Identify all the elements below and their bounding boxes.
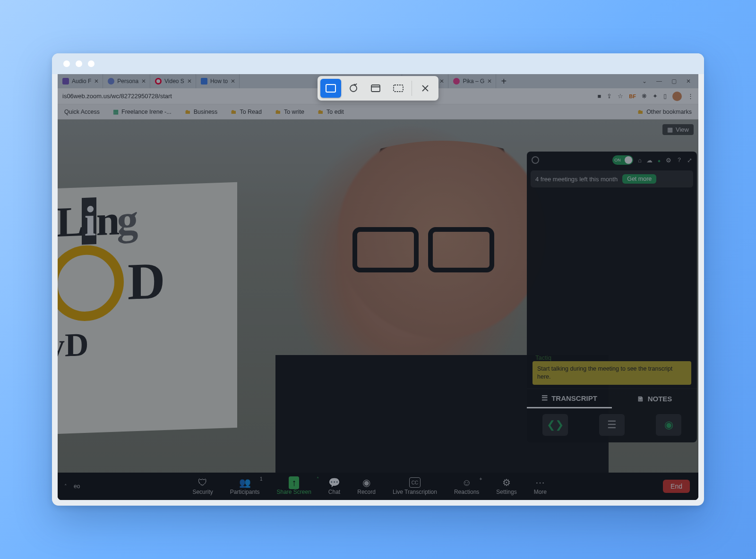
chevron-up-icon[interactable]: ˄ [317,476,319,482]
end-meeting-button[interactable]: End [663,480,690,493]
snip-toolbar [318,76,438,101]
snip-mode-window-button[interactable] [366,79,387,98]
share-icon: ❮❯ [547,419,564,431]
participants-button[interactable]: 👥1Participants [230,477,260,495]
extensions-icon[interactable]: ✦ [653,93,658,100]
get-more-button[interactable]: Get more [622,174,656,184]
help-icon[interactable]: ？ [676,156,682,164]
mac-titlebar [52,53,704,74]
content-shell: Audio F✕ Persona✕ Video S✕ How to✕ Fina●… [52,74,704,506]
folder-icon: 🖿 [318,109,324,115]
record-indicator-icon [532,156,539,164]
close-icon[interactable]: ✕ [187,78,192,85]
bookmark-other[interactable]: 🖿Other bookmarks [637,109,692,115]
kebab-menu-icon[interactable]: ⋮ [687,93,694,100]
gear-icon: ⚙ [502,477,511,488]
browser-window: Audio F✕ Persona✕ Video S✕ How to✕ Fina●… [52,53,704,506]
folder-icon: 🖿 [637,109,644,115]
tactiq-top-bar: ON ⌂ ☁ ⬥ ⚙ ？ ⤢ [527,152,697,169]
tab-2[interactable]: Video S✕ [150,74,196,88]
tab-3[interactable]: How to✕ [196,74,240,88]
bookmark-item[interactable]: 🖿Business [185,109,218,115]
close-icon[interactable]: ✕ [141,78,146,85]
tab-transcript[interactable]: ☰TRANSCRIPT [527,389,612,408]
open-doc-button[interactable]: ☰ [599,414,625,436]
snip-close-button[interactable] [415,79,436,98]
profile-avatar[interactable] [672,92,682,101]
chevron-up-icon[interactable]: ˄ [64,483,67,490]
zoom-toolbar: ˄ eo 🛡Security 👥1Participants ↑Share Scr… [58,473,698,500]
smiley-icon: ☺ [462,477,471,488]
traffic-min[interactable] [76,60,82,67]
traffic-close[interactable] [63,60,70,67]
snip-mode-freeform-button[interactable] [343,79,364,98]
record-icon: ◉ [362,477,370,488]
document-icon: ☰ [607,419,617,431]
more-button[interactable]: ⋯More [534,477,547,495]
ext-spinner-icon[interactable]: ❋ [642,93,647,100]
star-icon[interactable]: ☆ [618,93,623,100]
close-window-icon[interactable]: ✕ [686,78,691,85]
more-icon: ⋯ [535,477,545,488]
video-label-partial: eo [74,483,85,490]
share-transcript-button[interactable]: ❮❯ [542,414,568,436]
maximize-icon[interactable]: ▢ [671,78,677,85]
transcript-hint: Start talking during the meeting to see … [533,361,691,385]
bookmark-item[interactable]: 🖿To edit [318,109,344,115]
expand-icon[interactable]: ⤢ [687,157,692,164]
new-tab-button[interactable]: + [496,76,511,86]
folder-icon: 🖿 [231,109,237,115]
tab-notes[interactable]: 🗎NOTES [612,389,697,408]
bicycle-wheel-graphic [58,244,124,322]
bookmark-item[interactable]: Quick Access [64,109,100,115]
window-controls: ⌄ — ▢ ✕ [635,78,698,85]
ext-bf-icon[interactable]: BF [629,93,636,99]
enable-toggle[interactable]: ON [612,155,633,165]
cloud-icon[interactable]: ☁ [646,157,653,164]
camera-icon: ◉ [664,419,673,431]
svg-rect-2 [371,85,380,92]
view-button[interactable]: ▦ View [662,124,694,135]
share-screen-button[interactable]: ↑Share Screen˄ [276,477,311,495]
minimize-icon[interactable]: — [656,78,662,85]
reactions-button[interactable]: ☺+Reactions [454,477,479,495]
sheets-icon: ▦ [113,108,119,115]
shield-icon[interactable]: ⬥ [657,157,661,164]
close-icon[interactable]: ✕ [439,78,444,85]
chrome-screenshot: Audio F✕ Persona✕ Video S✕ How to✕ Fina●… [58,74,698,500]
glasses-graphic [352,227,490,265]
traffic-max[interactable] [88,60,94,67]
share-icon[interactable]: ⇪ [607,93,612,100]
svg-point-1 [350,85,357,92]
close-icon[interactable]: ✕ [94,78,99,85]
tab-1[interactable]: Persona✕ [103,74,150,88]
bookmarks-bar: Quick Access ▦Freelance Irene -... 🖿Busi… [58,104,698,119]
tactiq-tabs: ☰TRANSCRIPT 🗎NOTES [527,389,697,408]
tabs-dropdown-icon[interactable]: ⌄ [642,78,647,85]
tab-0[interactable]: Audio F✕ [58,74,103,88]
chat-button[interactable]: 💬Chat [328,477,340,495]
close-icon[interactable]: ✕ [487,78,492,85]
bookmark-item[interactable]: 🖿To Read [231,109,262,115]
tab-6[interactable]: Pika – G✕ [448,74,496,88]
snip-mode-rect-button[interactable] [320,79,341,98]
bookmark-item[interactable]: 🖿To write [275,109,304,115]
gear-icon[interactable]: ⚙ [666,157,671,164]
snip-mode-fullscreen-button[interactable] [388,79,409,98]
background-poster: ·Ling D yD [58,182,237,435]
home-icon[interactable]: ⌂ [638,157,642,164]
camera-icon[interactable]: ■ [597,93,601,100]
cc-icon: CC [409,477,421,488]
speaker-label: Tactiq [535,354,551,361]
people-icon: 👥 [239,477,251,488]
screenshot-button[interactable]: ◉ [656,414,681,436]
security-button[interactable]: 🛡Security [192,477,213,495]
bookmark-item[interactable]: ▦Freelance Irene -... [113,108,172,115]
shield-icon: 🛡 [198,477,207,488]
record-button[interactable]: ◉Record [357,477,376,495]
close-icon[interactable]: ✕ [231,78,235,85]
settings-button[interactable]: ⚙Settings [496,477,516,495]
live-transcription-button[interactable]: CCLive Transcription [393,477,437,495]
sidepanel-icon[interactable]: ▯ [663,93,667,100]
grid-icon: ▦ [667,126,673,133]
